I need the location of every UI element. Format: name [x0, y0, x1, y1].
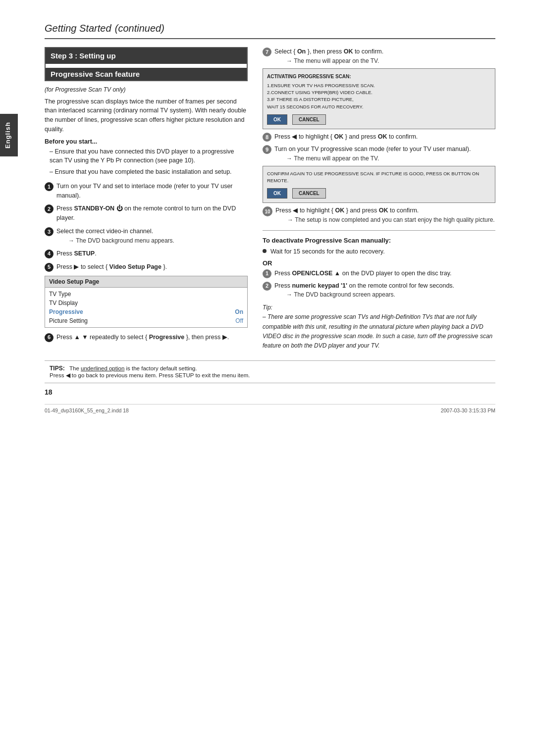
bullet-item-1: Wait for 15 seconds for the auto recover…: [263, 247, 495, 256]
step-item-7: 7 Select { On }, then press OK to confir…: [263, 47, 495, 65]
dialog-1-line-4: WAIT 15 SECONDS FOR AUTO RECOVERY.: [267, 103, 491, 110]
deactivate-heading: To deactivate Progressive Scan manually:: [263, 237, 495, 244]
page-container: English Getting Started (continued) Step…: [0, 0, 535, 756]
step-item-10: 10 Press ◀ to highlight { OK } and press…: [263, 206, 495, 224]
step-8-text: Press ◀ to highlight { OK } and press OK…: [274, 132, 418, 142]
dialog-1-cancel-btn: CANCEL: [292, 114, 326, 125]
bullet-dot-1: [263, 249, 267, 253]
step-3-sub: The DVD background menu appears.: [56, 236, 174, 245]
or-text: OR: [263, 259, 495, 267]
step-item-4: 4 Press SETUP.: [45, 249, 248, 258]
dialog-1-line-3: 3.IF THERE IS A DISTORTED PICTURE,: [267, 96, 491, 103]
step-10-text: Press ◀ to highlight { OK } and press OK…: [275, 206, 495, 224]
deactivate-step-1: 1 Press OPEN/CLOSE ▲ on the DVD player t…: [263, 269, 495, 278]
title-suffix: continued: [118, 23, 161, 34]
step-num-10: 10: [263, 206, 272, 216]
step-num-5: 5: [45, 263, 54, 272]
dialog-2-title: CONFIRM AGAIN TO USE PROGRESSIVE SCAN. I…: [267, 170, 491, 185]
step-item-2: 2 Press STANDBY-ON ⏻ on the remote contr…: [45, 204, 248, 223]
step-item-3: 3 Select the correct video-in channel. T…: [45, 227, 248, 245]
tips-bar: TIPS: The underlined option is the facto…: [45, 360, 495, 383]
deactivate-step-num-1: 1: [263, 269, 271, 278]
deactivate-step-num-2: 2: [263, 282, 271, 291]
title-text: Getting Started: [45, 23, 111, 34]
setup-row-tvdisplay: TV Display: [49, 299, 243, 307]
footer-right: 2007-03-30 3:15:33 PM: [441, 407, 495, 413]
step-3-text: Select the correct video-in channel. The…: [56, 227, 174, 245]
step-7-text: Select { On }, then press OK to confirm.…: [274, 47, 383, 65]
setup-row-progressive: Progressive On: [49, 307, 243, 316]
dialog-2-cancel-btn: CANCEL: [292, 188, 326, 199]
step-num-6: 6: [45, 333, 54, 342]
setup-table: Video Setup Page TV Type TV Display Prog…: [45, 276, 248, 328]
footer-left: 01-49_dvp3160K_55_eng_2.indd 18: [45, 407, 129, 413]
two-col-layout: Step 3 : Setting up Progressive Scan fea…: [45, 47, 495, 351]
step-num-9: 9: [263, 145, 271, 154]
step-1-text: Turn on your TV and set to interlace mod…: [56, 182, 248, 201]
page-number: 18: [45, 388, 495, 396]
dialog-2-ok-btn: OK: [267, 188, 287, 199]
step-num-7: 7: [263, 48, 271, 56]
step-num-4: 4: [45, 250, 54, 258]
setup-row-tvdisplay-label: TV Display: [49, 300, 78, 306]
dialog-1-buttons: OK CANCEL: [267, 114, 491, 125]
right-column: 7 Select { On }, then press OK to confir…: [263, 47, 495, 351]
setup-row-picture-label: Picture Setting: [49, 317, 88, 324]
step-item-9: 9 Turn on your TV progressive scan mode …: [263, 145, 495, 163]
step-7-sub: The menu will appear on the TV.: [274, 56, 383, 65]
intro-text: The progressive scan displays twice the …: [45, 97, 248, 134]
step-item-5: 5 Press ▶ to select { Video Setup Page }…: [45, 262, 248, 272]
step-item-6: 6 Press ▲ ▼ repeatedly to select { Progr…: [45, 333, 248, 342]
deactivate-step-2-text: Press numeric keypad '1' on the remote c…: [274, 281, 454, 300]
dialog-1-line-1: 1.ENSURE YOUR TV HAS PROGRESSIVE SCAN.: [267, 82, 491, 89]
dash-item-2: – Ensure that you have completed the bas…: [45, 167, 248, 177]
step-6-wrapper: 6 Press ▲ ▼ repeatedly to select { Progr…: [45, 333, 248, 342]
step-6-text: Press ▲ ▼ repeatedly to select { Progres…: [56, 333, 229, 342]
dialog-1-title: ACTIVATING PROGRESSIVE SCAN:: [267, 73, 491, 80]
step-10-sub: The setup is now completed and you can s…: [275, 215, 495, 224]
step-9-text: Turn on your TV progressive scan mode (r…: [274, 145, 471, 163]
step-5-text: Press ▶ to select { Video Setup Page }.: [56, 262, 167, 272]
step-num-3: 3: [45, 227, 54, 236]
page-title: Getting Started (continued): [45, 20, 495, 39]
setup-row-picture: Picture Setting Off: [49, 316, 243, 325]
deactivate-step-1-text: Press OPEN/CLOSE ▲ on the DVD player to …: [274, 269, 451, 278]
left-column: Step 3 : Setting up Progressive Scan fea…: [45, 47, 248, 351]
tips-label: TIPS:: [50, 365, 65, 372]
setup-row-progressive-val: On: [235, 308, 243, 315]
setup-row-progressive-label: Progressive: [49, 308, 83, 315]
step-9-sub: The menu will appear on the TV.: [274, 154, 471, 163]
tip-text: – There are some progressive scan TVs an…: [263, 313, 492, 349]
setup-table-header: Video Setup Page: [45, 276, 247, 288]
step-num-8: 8: [263, 133, 271, 142]
bullet-text-1: Wait for 15 seconds for the auto recover…: [270, 247, 385, 256]
step-4-text: Press SETUP.: [56, 249, 97, 258]
before-start-label: Before you start...: [45, 138, 248, 145]
section-divider: [263, 230, 495, 231]
tips-line-2: Press ◀ to go back to previous menu item…: [50, 372, 490, 379]
dialog-2-buttons: OK CANCEL: [267, 188, 491, 199]
deactivate-step-2: 2 Press numeric keypad '1' on the remote…: [263, 281, 495, 300]
dialog-1: ACTIVATING PROGRESSIVE SCAN: 1.ENSURE YO…: [263, 68, 495, 129]
setup-row-tvtype: TV Type: [49, 290, 243, 299]
tip-section: Tip: – There are some progressive scan T…: [263, 303, 495, 351]
dialog-1-ok-btn: OK: [267, 114, 287, 125]
step-subheading: Progressive Scan feature: [46, 68, 247, 80]
step-2-text: Press STANDBY-ON ⏻ on the remote control…: [56, 204, 248, 223]
dash-item-1: – Ensure that you have connected this DV…: [45, 147, 248, 166]
tip-label: Tip:: [263, 304, 272, 311]
step-num-2: 2: [45, 204, 54, 213]
steps-list: 1 Turn on your TV and set to interlace m…: [45, 182, 248, 272]
setup-row-tvtype-label: TV Type: [49, 291, 71, 298]
italic-note: (for Progressive Scan TV only): [45, 86, 248, 93]
deactivate-step-2-sub: The DVD background screen appears.: [274, 290, 454, 299]
setup-table-body: TV Type TV Display Progressive On Pictur…: [45, 288, 247, 327]
dialog-1-lines: 1.ENSURE YOUR TV HAS PROGRESSIVE SCAN. 2…: [267, 82, 491, 110]
side-tab: English: [0, 114, 18, 156]
step-item-1: 1 Turn on your TV and set to interlace m…: [45, 182, 248, 201]
step-item-8: 8 Press ◀ to highlight { OK } and press …: [263, 132, 495, 142]
tips-line-1: TIPS: The underlined option is the facto…: [50, 365, 490, 372]
dialog-2: CONFIRM AGAIN TO USE PROGRESSIVE SCAN. I…: [263, 166, 495, 203]
footer-bar: 01-49_dvp3160K_55_eng_2.indd 18 2007-03-…: [45, 404, 495, 413]
step-num-1: 1: [45, 182, 54, 191]
